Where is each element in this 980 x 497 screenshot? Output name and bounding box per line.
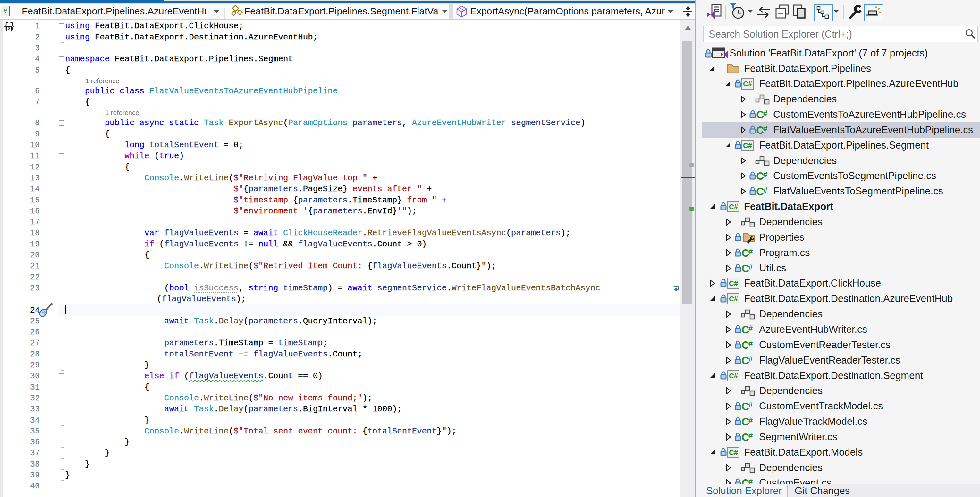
svg-text:#: # [748,247,752,256]
svg-text:#: # [763,124,767,133]
svg-text:#: # [3,7,7,15]
svg-text:#: # [763,170,767,179]
svg-text:C#: C# [729,203,738,211]
svg-text:C: C [756,185,764,197]
svg-text:#: # [763,185,767,194]
svg-text:C: C [741,400,749,412]
svg-text:#: # [748,263,752,271]
svg-text:C#: C# [729,279,738,287]
svg-text:C: C [756,124,764,136]
svg-text:#: # [763,109,767,118]
svg-text:C: C [741,247,749,259]
svg-text:#: # [748,431,752,440]
svg-text:#: # [748,400,752,409]
svg-text:C: C [741,416,749,427]
svg-text:C#: C# [743,80,752,88]
svg-text:C#: C# [729,449,738,457]
svg-text:C: C [741,477,749,484]
svg-text:#: # [748,416,752,424]
svg-text:C#: C# [729,295,738,303]
svg-text:#: # [748,324,752,332]
svg-text:#: # [748,355,752,363]
svg-text:C: C [741,355,749,366]
svg-text:C: C [741,324,749,335]
svg-text:C: C [741,263,749,274]
svg-text:C: C [756,170,764,182]
svg-text:#: # [748,339,752,348]
svg-text:C: C [741,431,749,443]
svg-text:C: C [756,109,764,120]
svg-text:C#: C# [729,372,738,380]
svg-text:C: C [741,339,749,351]
svg-text:#: # [748,477,752,484]
svg-text:C#: C# [743,142,752,150]
